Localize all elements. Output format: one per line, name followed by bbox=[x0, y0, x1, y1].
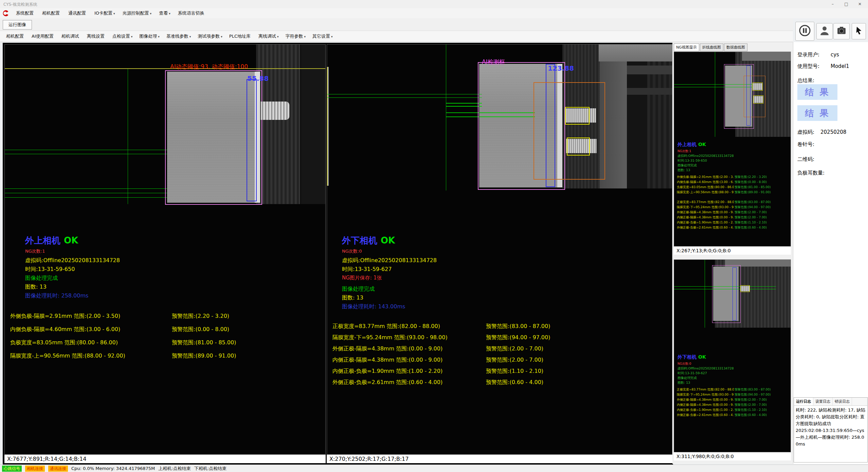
measurement-warn-text: 预警范围:(83.00 - 87.00) bbox=[735, 200, 771, 204]
machine-strut bbox=[627, 88, 672, 95]
left-camera-view[interactable]: AI动态阈值:93, 动态阈值:100 55.88 外上相机OK NG次数:1 … bbox=[4, 44, 326, 455]
toolbar-item[interactable]: 测试项参数▾ bbox=[194, 31, 226, 42]
tab-run-image[interactable]: 运行图像 bbox=[3, 20, 32, 30]
measurement-text: 隔膜宽度-下=95.24mm 范围:(93.00 - 98.00) bbox=[677, 393, 734, 397]
measurement-warn-text: 预警范围:(94.00 - 97.00) bbox=[486, 334, 550, 341]
menu-item[interactable]: 通讯配置 bbox=[65, 8, 91, 18]
measurement-row: 内侧正极-隔膜=4.38mm 范围:(0.00 - 9.00) 预警范围:(2.… bbox=[674, 403, 791, 408]
measurement-text: 内侧正极-负极=1.90mm 范围:(1.00 - 2.20) bbox=[677, 408, 734, 412]
toolbar-item[interactable]: 基准线参数▾ bbox=[163, 31, 195, 42]
camera-connection-chip: 相机连接 bbox=[25, 466, 45, 472]
menu-item[interactable]: 相机配置 bbox=[38, 8, 65, 18]
pin-number-label: 卷针号: bbox=[797, 141, 814, 148]
measurement-warn-text: 预警范围:(2.00 - 7.00) bbox=[735, 398, 767, 402]
process-done-text: 图像处理完成 bbox=[677, 163, 697, 168]
user-button[interactable] bbox=[816, 23, 833, 39]
measurement-text: 内侧正极-隔膜=4.38mm 范围:(0.00 - 9.00) bbox=[677, 403, 734, 407]
qr-code-label: 二维码: bbox=[797, 156, 814, 163]
camera-ok-status: OK bbox=[64, 235, 78, 246]
log-tab[interactable]: 设置日志 bbox=[813, 398, 833, 405]
process-time-text: 图像处理耗时: 258.00ms bbox=[25, 292, 88, 299]
machine-strut bbox=[627, 66, 672, 74]
ng-count-text: NG次数:0 bbox=[342, 248, 362, 254]
measurement-row: 正极宽度=83.77mm 范围:(82.00 - 88.00) 预警范围:(83… bbox=[674, 387, 791, 393]
toolbar-item[interactable]: 图像处理▾ bbox=[136, 31, 163, 42]
log-tab[interactable]: 错误日志 bbox=[833, 398, 852, 405]
measurement-row: 正极宽度=83.77mm 范围:(82.00 - 88.00) 预警范围:(83… bbox=[327, 323, 672, 334]
maximize-button[interactable]: □ bbox=[839, 0, 853, 8]
measure-line-green bbox=[446, 106, 482, 107]
chevron-down-icon: ▾ bbox=[113, 12, 115, 15]
toolbar-item[interactable]: 其它设置▾ bbox=[309, 31, 336, 42]
measurement-row: 正极宽度=83.77mm 范围:(82.00 - 88.00) 预警范围:(83… bbox=[674, 200, 791, 205]
measurement-text: 正极宽度=83.77mm 范围:(82.00 - 88.00) bbox=[677, 387, 734, 392]
menu-item[interactable]: IO卡配置▾ bbox=[91, 8, 119, 18]
reference-line-green bbox=[446, 44, 446, 190]
measure-line-green bbox=[674, 84, 756, 85]
machine-texture bbox=[599, 44, 672, 61]
ng-view-tab[interactable]: 折线曲线图 bbox=[700, 43, 723, 51]
cursor-tool-button[interactable] bbox=[852, 23, 866, 39]
detection-box-yellow bbox=[753, 95, 763, 104]
virtual-code-value: 20250208 bbox=[820, 129, 846, 135]
log-tab[interactable]: 运行日志 bbox=[794, 398, 813, 405]
measure-line-green bbox=[327, 97, 482, 98]
camera-button[interactable] bbox=[833, 23, 850, 39]
time-text: 时间:13-31-59-627 bbox=[342, 266, 392, 273]
menu-item[interactable]: 光源控制配置▾ bbox=[119, 8, 156, 18]
status-bar: 心跳信号 相机连接 通讯连接 Cpu: 0.0% Memory: 3424.41… bbox=[0, 465, 868, 472]
toolbar-item[interactable]: 相机配置 bbox=[3, 31, 28, 42]
toolbar-item[interactable]: 点检设置▾ bbox=[109, 31, 136, 42]
measurement-text: 内侧正极-隔膜=4.38mm 范围:(0.00 - 9.00) bbox=[677, 215, 734, 220]
toolbar-item[interactable]: 相机调试 bbox=[58, 31, 84, 42]
ng-count-text: NG次数:0 bbox=[677, 362, 691, 366]
measurement-row: 内侧正极-负极=1.90mm 范围:(1.00 - 2.20) 预警范围:(1.… bbox=[674, 220, 791, 225]
toolbar-item[interactable]: 字符参数▾ bbox=[282, 31, 309, 42]
chevron-down-icon: ▾ bbox=[169, 12, 170, 15]
measurement-warn-text: 预警范围:(2.00 - 7.00) bbox=[486, 345, 543, 352]
reference-line-green bbox=[128, 69, 128, 204]
detection-box-yellow bbox=[753, 83, 763, 91]
ng-view-panel-upper[interactable]: 外上相机OK NG次数:1 虚拟码:Offline202502081331347… bbox=[674, 52, 791, 247]
right-camera-view[interactable]: AI检测框 123.88 外下相机OK NG次数:0 虚拟码:Offline20… bbox=[327, 44, 672, 455]
measurement-row: 内侧正极-负极=1.90mm 范围:(1.00 - 2.20) 预警范围:(1.… bbox=[327, 368, 672, 379]
close-button[interactable]: ✕ bbox=[853, 0, 867, 8]
menu-item[interactable]: 查看▾ bbox=[155, 8, 174, 18]
ng-view-tab[interactable]: NG视图显示 bbox=[674, 43, 699, 51]
measurement-warn-text: 预警范围:(89.00 - 91.00) bbox=[735, 190, 771, 195]
camera-ok-status: OK bbox=[381, 235, 395, 246]
right-pixel-readout: X:270;Y:2502;R:17;G:17;B:17 bbox=[327, 455, 672, 463]
toolbar-item[interactable]: 离线设置 bbox=[84, 31, 109, 42]
mini1-pixel-readout: X:267;Y:13;R:0;G:0;B:0 bbox=[674, 247, 791, 255]
virtual-code-text: 虚拟码:Offline20250208133134728 bbox=[677, 154, 734, 158]
chevron-down-icon: ▾ bbox=[150, 12, 152, 15]
pause-button[interactable] bbox=[795, 22, 814, 41]
toolbar-item[interactable]: PLC地址库 bbox=[226, 31, 255, 42]
ng-view-panel-lower[interactable]: 外下相机OK NG次数:0 虚拟码:Offline202502081331347… bbox=[674, 259, 791, 452]
menu-item[interactable]: 系统配置 bbox=[12, 8, 38, 18]
measurement-text: 正极宽度=83.77mm 范围:(82.00 - 88.00) bbox=[332, 323, 440, 330]
frame-count-text: 图数: 13 bbox=[677, 168, 690, 173]
measurement-warn-text: 预警范围:(2.20 - 3.20) bbox=[735, 175, 767, 179]
toolbar-item[interactable]: 离线调试▾ bbox=[255, 31, 282, 42]
measure-box-blue bbox=[247, 79, 257, 201]
toolbar-item[interactable]: AI使用配置 bbox=[28, 31, 58, 42]
menu-item-label: 系统语言切换 bbox=[178, 11, 204, 16]
minimize-button[interactable]: – bbox=[826, 0, 839, 8]
measurement-row: 隔膜宽度-下=95.24mm 范围:(93.00 - 98.00) 预警范围:(… bbox=[674, 393, 791, 398]
menu-item-label: 相机配置 bbox=[42, 11, 60, 16]
measurement-row: 负极宽度=83.05mm 范围:(80.00 - 86.00) 预警范围:(81… bbox=[5, 339, 325, 352]
window-title: CYS-视觉检测系统 bbox=[3, 2, 37, 7]
mini-measurement-list: 正极宽度=83.77mm 范围:(82.00 - 88.00) 预警范围:(83… bbox=[674, 200, 791, 231]
chevron-down-icon: ▾ bbox=[331, 35, 333, 38]
reference-line-green bbox=[705, 260, 705, 328]
ng-view-tab[interactable]: 数据曲线图 bbox=[724, 43, 747, 51]
menu-item-label: 通讯配置 bbox=[68, 11, 86, 16]
camera-title: 外下相机OK bbox=[342, 235, 395, 247]
detection-box-yellow bbox=[567, 138, 590, 156]
measurement-warn-text: 预警范围:(0.00 - 8.00) bbox=[172, 326, 229, 333]
chevron-down-icon: ▾ bbox=[189, 35, 191, 38]
measurement-text: 内侧正极-负极=1.90mm 范围:(1.00 - 2.20) bbox=[332, 368, 442, 375]
menu-item[interactable]: 系统语言切换 bbox=[174, 8, 209, 18]
measurement-row: 外侧正极-隔膜=4.38mm 范围:(0.00 - 9.00) 预警范围:(2.… bbox=[327, 345, 672, 357]
